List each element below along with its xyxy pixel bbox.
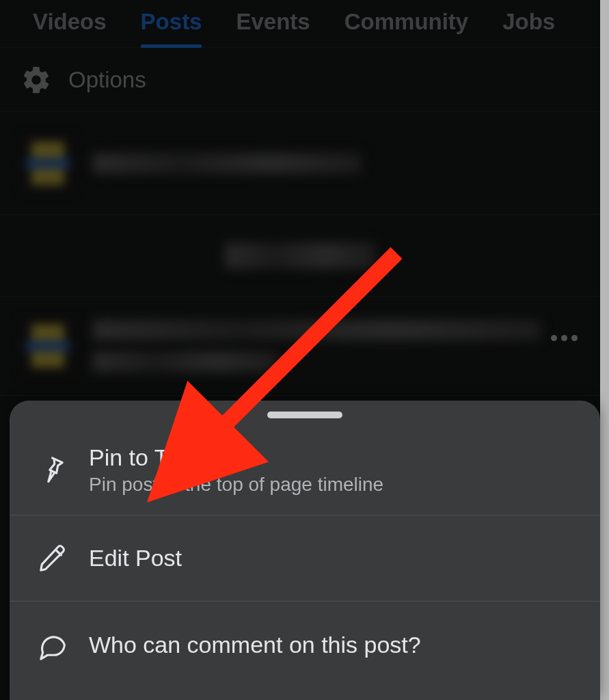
svg-rect-6 <box>26 340 70 351</box>
post-item <box>0 112 600 215</box>
sheet-grabber[interactable] <box>267 412 342 418</box>
menu-pin-title: Pin to Top <box>89 444 383 471</box>
options-row[interactable]: Options <box>0 48 600 112</box>
menu-who-can-comment[interactable]: Who can comment on this post? <box>10 602 600 688</box>
svg-rect-3 <box>31 169 64 185</box>
redacted-center <box>0 215 600 297</box>
menu-pin-subtitle: Pin post to the top of page timeline <box>89 474 383 496</box>
pin-icon <box>37 455 68 486</box>
avatar <box>21 136 75 191</box>
tab-community[interactable]: Community <box>344 9 469 47</box>
svg-rect-5 <box>31 324 64 340</box>
menu-pin-to-top[interactable]: Pin to Top Pin post to the top of page t… <box>10 425 600 515</box>
options-label: Options <box>68 67 146 93</box>
post-redacted-text <box>93 153 580 174</box>
svg-rect-7 <box>31 351 64 368</box>
gear-icon <box>21 64 52 96</box>
menu-comment-title: Who can comment on this post? <box>89 632 421 658</box>
menu-edit-title: Edit Post <box>89 545 182 571</box>
svg-rect-2 <box>26 158 70 169</box>
page-tabs: Videos Posts Events Community Jobs <box>0 0 600 48</box>
svg-rect-1 <box>31 142 64 158</box>
screenshot-edge <box>600 0 609 700</box>
post-redacted-text <box>93 320 580 372</box>
post-item <box>0 297 600 396</box>
comment-icon <box>37 629 68 660</box>
menu-edit-post[interactable]: Edit Post <box>10 515 600 602</box>
tab-videos[interactable]: Videos <box>33 9 107 47</box>
post-more-button[interactable] <box>549 329 580 341</box>
avatar <box>21 319 75 373</box>
tab-posts[interactable]: Posts <box>141 9 202 47</box>
pencil-icon <box>37 543 68 574</box>
app-frame: Videos Posts Events Community Jobs Optio… <box>0 0 600 700</box>
action-sheet: Pin to Top Pin post to the top of page t… <box>10 401 600 700</box>
tab-jobs[interactable]: Jobs <box>502 9 555 47</box>
tab-events[interactable]: Events <box>236 9 310 47</box>
